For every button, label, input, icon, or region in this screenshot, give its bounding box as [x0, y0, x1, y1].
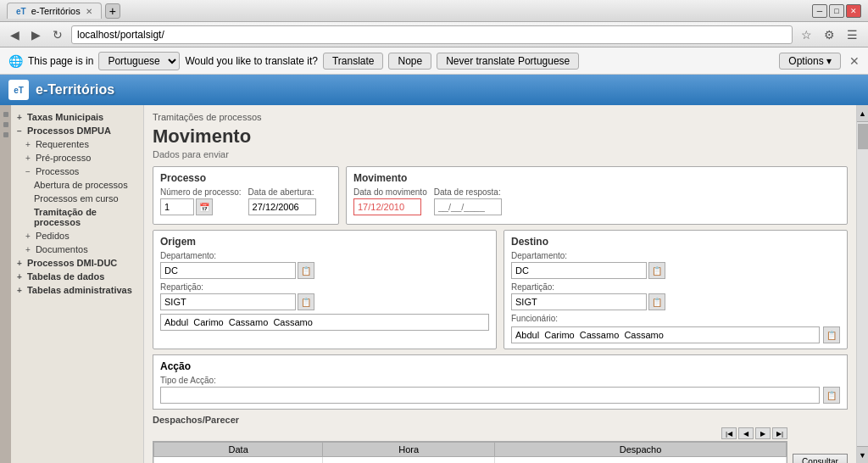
table-last-icon[interactable]: ▶|	[772, 427, 787, 439]
sidebar: + Taxas Municipais − Processos DMPUA + R…	[0, 105, 144, 463]
destino-funcionario-calendar-icon[interactable]: 📋	[823, 326, 840, 343]
never-translate-button[interactable]: Never translate Portuguese	[437, 53, 579, 70]
minimize-button[interactable]: ─	[812, 4, 827, 18]
sidebar-item-pedidos[interactable]: + Pedidos	[12, 229, 143, 243]
translate-bar: 🌐 This page is in Portuguese Would you l…	[0, 47, 868, 75]
numero-input[interactable]	[160, 198, 194, 215]
options-button[interactable]: Options ▾	[779, 53, 841, 70]
sidebar-item-processos-dmi[interactable]: + Processos DMI-DUC	[12, 256, 143, 270]
processo-title: Processo	[160, 172, 331, 184]
translate-close-icon[interactable]: ✕	[849, 54, 860, 68]
sidebar-item-processos[interactable]: − Processos	[12, 165, 143, 178]
app-logo: eT	[8, 80, 29, 100]
despachos-section: Despachos/Parecer |◀ ◀ ▶ ▶| Data Hora De…	[153, 415, 848, 463]
origem-reparticao-calendar-icon[interactable]: 📋	[298, 293, 314, 310]
destino-reparticao-input[interactable]	[511, 293, 647, 310]
expand-icon-dmi: +	[17, 259, 22, 268]
numero-calendar-icon[interactable]: 📅	[196, 198, 213, 215]
language-select[interactable]: Portuguese	[98, 52, 180, 70]
accao-tipo-calendar-icon[interactable]: 📋	[823, 387, 840, 404]
data-movimento-input[interactable]	[353, 198, 421, 215]
processo-fields-row: Número de processo: 📅 Data de abertura:	[160, 187, 331, 215]
address-bar[interactable]	[71, 25, 793, 44]
abertura-field: Data de abertura:	[248, 187, 316, 215]
accao-section: Acção Tipo de Acção: 📋	[153, 354, 848, 410]
app-title: e-Territórios	[36, 82, 114, 98]
settings-icon[interactable]: ⚙	[821, 26, 838, 43]
sidebar-icon-strip	[0, 105, 11, 463]
forward-button[interactable]: ▶	[28, 26, 44, 43]
back-button[interactable]: ◀	[7, 26, 23, 43]
origem-depto-field: Departamento: 📋	[160, 251, 489, 279]
origem-depto-label: Departamento:	[160, 251, 489, 260]
table-first-icon[interactable]: |◀	[721, 427, 737, 439]
nope-button[interactable]: Nope	[388, 53, 431, 70]
sidebar-item-tramitacao[interactable]: Tramitação de processos	[12, 205, 143, 229]
expand-icon-proc: −	[25, 167, 31, 176]
expand-icon-td: +	[17, 272, 22, 282]
abertura-input[interactable]	[248, 198, 316, 215]
sidebar-item-abertura[interactable]: Abertura de processos	[12, 178, 143, 192]
origem-destino-row: Origem Departamento: 📋 Repartição: 📋	[153, 230, 848, 349]
action-buttons: Consultar Alterar Inserir Duplicar Elimi…	[793, 415, 848, 463]
sidebar-icon-2	[3, 122, 8, 127]
sidebar-item-documentos[interactable]: + Documentos	[12, 243, 143, 256]
app-header: eT e-Territórios	[0, 75, 868, 105]
page-title: Movimento	[153, 126, 848, 148]
destino-reparticao-field: Repartição: 📋	[511, 282, 840, 310]
expand-icon-req: +	[25, 140, 31, 149]
destino-depto-calendar-icon[interactable]: 📋	[648, 262, 665, 279]
sidebar-icon-1	[3, 112, 8, 117]
new-tab-button[interactable]: +	[105, 3, 120, 19]
scrollbar[interactable]: ▲ ▼	[856, 105, 868, 463]
menu-icon[interactable]: ☰	[843, 26, 861, 43]
sidebar-item-processos-curso[interactable]: Processos em curso	[12, 192, 143, 205]
table-prev-icon[interactable]: ◀	[738, 427, 754, 439]
sidebar-item-tabelas-admin[interactable]: + Tabelas administrativas	[12, 283, 143, 297]
origem-reparticao-label: Repartição:	[160, 282, 489, 292]
content-area: Tramitações de processos Movimento Dados…	[144, 105, 856, 463]
browser-titlebar: eT e-Territórios ✕ + ─ □ ✕	[0, 0, 868, 22]
close-button[interactable]: ✕	[846, 4, 861, 18]
destino-reparticao-calendar-icon[interactable]: 📋	[648, 293, 665, 310]
origem-depto-input[interactable]	[160, 262, 296, 279]
data-movimento-label: Data do movimento	[353, 187, 427, 197]
origem-reparticao-field: Repartição: 📋	[160, 282, 489, 310]
origem-reparticao-input[interactable]	[160, 293, 296, 310]
translate-button[interactable]: Translate	[323, 53, 384, 70]
sidebar-item-pre-processo[interactable]: + Pré-processo	[12, 151, 143, 165]
browser-tab[interactable]: eT e-Territórios ✕	[7, 3, 102, 19]
table-next-icon[interactable]: ▶	[755, 427, 771, 439]
sidebar-item-taxas[interactable]: + Taxas Municipais	[12, 110, 143, 124]
translate-icon: 🌐	[8, 54, 23, 68]
sidebar-icon-3	[3, 132, 8, 137]
data-resposta-field: Data de resposta:	[434, 187, 502, 215]
refresh-button[interactable]: ↻	[49, 26, 66, 43]
expand-icon-taxas: +	[17, 113, 22, 122]
col-hora: Hora	[323, 443, 495, 457]
data-resposta-input[interactable]	[434, 198, 502, 215]
scroll-down-btn[interactable]: ▼	[857, 446, 868, 463]
tab-close-btn[interactable]: ✕	[86, 7, 92, 16]
maximize-button[interactable]: □	[829, 4, 844, 18]
origem-depto-calendar-icon[interactable]: 📋	[298, 262, 314, 279]
destino-depto-field: Departamento: 📋	[511, 251, 840, 279]
accao-field-row: 📋	[160, 387, 840, 404]
destino-depto-input[interactable]	[511, 262, 647, 279]
scroll-thumb[interactable]	[858, 124, 868, 149]
translate-prefix: This page is in	[28, 55, 93, 67]
consultar-button[interactable]: Consultar	[793, 454, 848, 463]
scroll-up-btn[interactable]: ▲	[857, 105, 868, 122]
sidebar-item-requerentes[interactable]: + Requerentes	[12, 137, 143, 151]
accao-tipo-input[interactable]	[160, 387, 820, 404]
window-controls: ─ □ ✕	[812, 4, 861, 18]
star-button[interactable]: ☆	[798, 26, 815, 43]
page-subtitle: Dados para enviar	[153, 149, 848, 159]
destino-funcionario-input[interactable]	[511, 326, 820, 343]
breadcrumb: Tramitações de processos	[153, 112, 848, 122]
origem-funcionario-input[interactable]	[160, 314, 489, 331]
destino-depto-label: Departamento:	[511, 251, 840, 260]
accao-title: Acção	[160, 360, 840, 372]
sidebar-item-tabelas-dados[interactable]: + Tabelas de dados	[12, 270, 143, 283]
sidebar-item-processos-dmpua[interactable]: − Processos DMPUA	[12, 124, 143, 137]
